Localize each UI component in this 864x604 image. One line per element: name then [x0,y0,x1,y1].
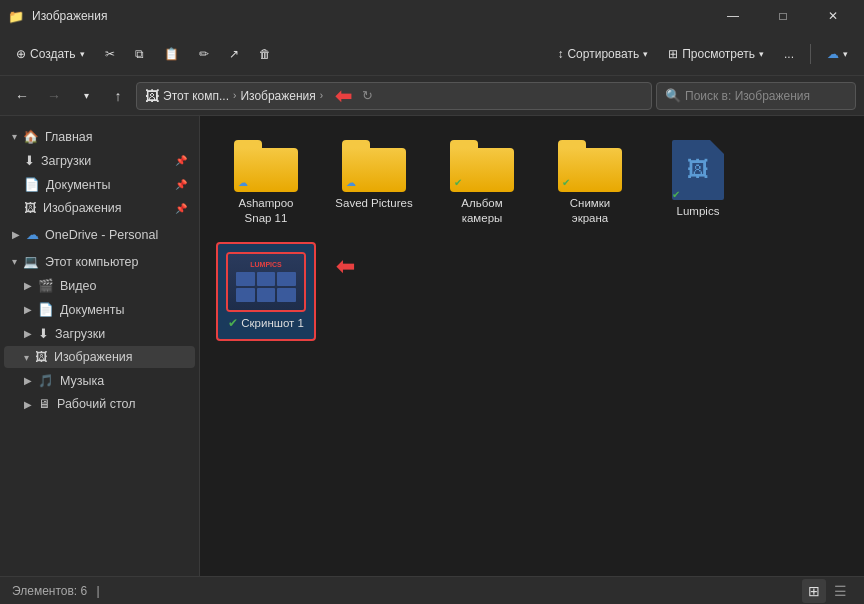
view-toggle: ⊞ ☰ [802,579,852,603]
create-button[interactable]: ⊕ Создать ▾ [8,38,93,70]
filename-ashampoo: AshampooSnap 11 [239,196,294,226]
onedrive-icon: ☁ [26,227,39,242]
thumb-lumpics-text: LUMPICS [250,261,282,268]
cloud-badge-screenshots: ✔ [562,177,570,188]
dropdown-button[interactable]: ▾ [72,82,100,110]
file-item-screenshot1[interactable]: ⬅ LUMPICS ✔ С [216,242,316,341]
sidebar-item-images-home[interactable]: 🖼 Изображения 📌 [4,197,195,219]
rename-button[interactable]: ✏ [191,38,217,70]
title-bar-icon: 📁 [8,9,24,24]
sidebar-label-music: Музыка [60,374,104,388]
sort-button[interactable]: ↕ Сортировать ▾ [549,38,656,70]
search-input[interactable] [685,89,847,103]
back-button[interactable]: ← [8,82,36,110]
sidebar-item-documents[interactable]: 📄 Документы 📌 [4,173,195,196]
file-item-screenshots[interactable]: ✔ Снимкиэкрана [540,132,640,234]
main-layout: ▾ 🏠 Главная ⬇ Загрузки 📌 📄 Документы 📌 🖼… [0,116,864,576]
close-button[interactable]: ✕ [810,0,856,32]
title-bar: 📁 Изображения — □ ✕ [0,0,864,32]
cloud-badge-camera: ✔ [454,177,462,188]
downloads-icon: ⬇ [24,153,35,168]
sidebar-label-docs-pc: Документы [60,303,124,317]
nav-arrow-indicator: ⬅ [335,84,352,108]
sidebar-label-video: Видео [60,279,97,293]
grid-view-button[interactable]: ⊞ [802,579,826,603]
file-item-camera[interactable]: ✔ Альбомкамеры [432,132,532,234]
sidebar-label-home: Главная [45,130,93,144]
checkmark-screenshot: ✔ [228,317,238,329]
thumb-cell-1 [236,272,255,286]
share-icon: ↗ [229,47,239,61]
copy-button[interactable]: ⧉ [127,38,152,70]
sidebar-item-desktop[interactable]: ▶ 🖥 Рабочий стол [4,393,195,415]
view-chevron-icon: ▾ [759,49,764,59]
red-arrow-screenshot: ⬅ [336,254,354,280]
file-grid: ☁ AshampooSnap 11 ☁ Saved Pictures ✔ [216,132,848,341]
thumb-cell-2 [257,272,276,286]
filename-screenshots: Снимкиэкрана [570,196,610,226]
pin-icon-documents: 📌 [175,179,187,190]
more-button[interactable]: ... [776,38,802,70]
sidebar-section-onedrive: ▶ ☁ OneDrive - Personal [0,223,199,246]
pin-icon-images: 📌 [175,203,187,214]
expand-arrow-docs: ▶ [24,304,32,315]
share-button[interactable]: ↗ [221,38,247,70]
filename-saved-pictures: Saved Pictures [335,196,412,211]
maximize-button[interactable]: □ [760,0,806,32]
cloud-button[interactable]: ☁ ▾ [819,38,856,70]
refresh-icon: ↻ [362,88,373,103]
file-item-saved-pictures[interactable]: ☁ Saved Pictures [324,132,424,234]
minimize-button[interactable]: — [710,0,756,32]
address-bar: ← → ▾ ↑ 🖼 Этот комп... › Изображения › ⬅… [0,76,864,116]
path-sep-2: › [320,90,323,101]
file-item-lumpics[interactable]: 🖼 ✔ Lumpics [648,132,748,234]
filename-screenshot1: ✔ Скриншот 1 [228,316,304,331]
up-button[interactable]: ↑ [104,82,132,110]
sidebar-item-downloads[interactable]: ⬇ Загрузки 📌 [4,149,195,172]
folder-icon-ashampoo: ☁ [234,140,298,192]
documents-icon: 📄 [24,177,40,192]
expand-arrow-desktop: ▶ [24,399,32,410]
sidebar-item-onedrive[interactable]: ▶ ☁ OneDrive - Personal [4,223,195,246]
sidebar-label-desktop: Рабочий стол [57,397,135,411]
downloads-pc-icon: ⬇ [38,326,49,341]
sidebar-item-docs-pc[interactable]: ▶ 📄 Документы [4,298,195,321]
file-item-ashampoo[interactable]: ☁ AshampooSnap 11 [216,132,316,234]
delete-icon: 🗑 [259,47,271,61]
path-sep-1: › [233,90,236,101]
sidebar-item-video[interactable]: ▶ 🎬 Видео [4,274,195,297]
forward-button[interactable]: → [40,82,68,110]
cloud-badge-ashampoo: ☁ [238,177,248,188]
expand-arrow-thispc: ▾ [12,256,17,267]
search-box[interactable]: 🔍 [656,82,856,110]
plus-icon: ⊕ [16,47,26,61]
pin-icon-downloads: 📌 [175,155,187,166]
address-input[interactable]: 🖼 Этот комп... › Изображения › ⬅ ↻ [136,82,652,110]
expand-arrow-home: ▾ [12,131,17,142]
status-bar: Элементов: 6 | ⊞ ☰ [0,576,864,604]
sort-icon: ↕ [557,47,563,61]
view-button[interactable]: ⊞ Просмотреть ▾ [660,38,772,70]
filename-camera: Альбомкамеры [461,196,502,226]
docs-icon: 📄 [38,302,54,317]
home-icon: 🏠 [23,129,39,144]
delete-button[interactable]: 🗑 [251,38,279,70]
chevron-down-icon: ▾ [80,49,85,59]
thumb-grid [236,272,296,302]
expand-arrow-dl: ▶ [24,328,32,339]
sidebar-item-home[interactable]: ▾ 🏠 Главная [4,125,195,148]
thispc-icon: 💻 [23,254,39,269]
path-computer: Этот комп... [163,89,229,103]
sidebar-label-onedrive: OneDrive - Personal [45,228,158,242]
folder-icon-camera: ✔ [450,140,514,192]
paste-button[interactable]: 📋 [156,38,187,70]
search-icon: 🔍 [665,88,681,103]
expand-arrow-music: ▶ [24,375,32,386]
window-controls: — □ ✕ [710,0,856,32]
cut-button[interactable]: ✂ [97,38,123,70]
sidebar-item-downloads-pc[interactable]: ▶ ⬇ Загрузки [4,322,195,345]
sidebar-item-images-pc[interactable]: ▾ 🖼 Изображения [4,346,195,368]
list-view-button[interactable]: ☰ [828,579,852,603]
sidebar-item-music[interactable]: ▶ 🎵 Музыка [4,369,195,392]
sidebar-item-thispc[interactable]: ▾ 💻 Этот компьютер [4,250,195,273]
